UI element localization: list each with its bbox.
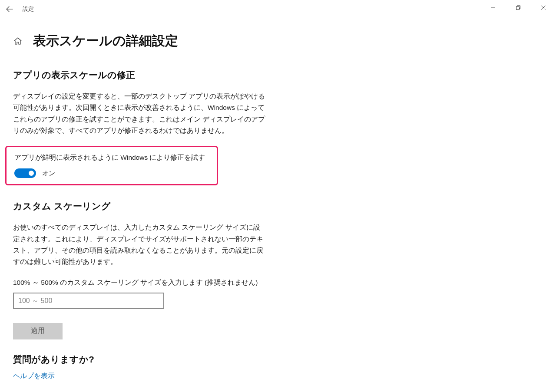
app-title: 設定	[23, 5, 34, 13]
minimize-button[interactable]	[480, 0, 506, 16]
back-arrow-icon	[6, 5, 13, 13]
custom-scaling-input-label: 100% ～ 500% のカスタム スケーリング サイズを入力します (推奨され…	[13, 278, 543, 287]
help-link[interactable]: ヘルプを表示	[13, 372, 55, 379]
toggle-knob	[29, 171, 34, 176]
toggle-state-label: オン	[42, 169, 55, 178]
custom-scaling-input[interactable]	[13, 293, 164, 309]
back-button[interactable]	[0, 0, 19, 18]
section-custom-scaling-description: お使いのすべてのディスプレイは、入力したカスタム スケーリング サイズに設定され…	[13, 222, 266, 267]
section-fix-scaling-description: ディスプレイの設定を変更すると、一部のデスクトップ アプリの表示がぼやける可能性…	[13, 91, 266, 136]
minimize-icon	[490, 5, 496, 10]
toggle-label: アプリが鮮明に表示されるように Windows により修正を試す	[14, 153, 213, 162]
toggle-row: オン	[14, 168, 213, 178]
content-area: 表示スケールの詳細設定 アプリの表示スケールの修正 ディスプレイの設定を変更する…	[0, 32, 556, 381]
maximize-icon	[516, 5, 521, 10]
page-title: 表示スケールの詳細設定	[33, 32, 178, 50]
window-controls	[480, 0, 556, 16]
fix-scaling-toggle[interactable]	[14, 168, 36, 178]
highlight-box: アプリが鮮明に表示されるように Windows により修正を試す オン	[5, 146, 218, 185]
apply-button[interactable]: 適用	[13, 323, 63, 339]
section-custom-scaling-title: カスタム スケーリング	[13, 200, 543, 212]
close-button[interactable]	[531, 0, 556, 16]
page-header: 表示スケールの詳細設定	[13, 32, 543, 50]
svg-rect-1	[516, 7, 520, 10]
titlebar: 設定	[0, 0, 556, 18]
maximize-button[interactable]	[506, 0, 531, 16]
help-title: 質問がありますか?	[13, 353, 543, 366]
home-icon[interactable]	[13, 36, 23, 46]
section-custom-scaling: カスタム スケーリング お使いのすべてのディスプレイは、入力したカスタム スケー…	[13, 200, 543, 353]
close-icon	[541, 5, 546, 10]
section-fix-scaling-title: アプリの表示スケールの修正	[13, 69, 543, 81]
